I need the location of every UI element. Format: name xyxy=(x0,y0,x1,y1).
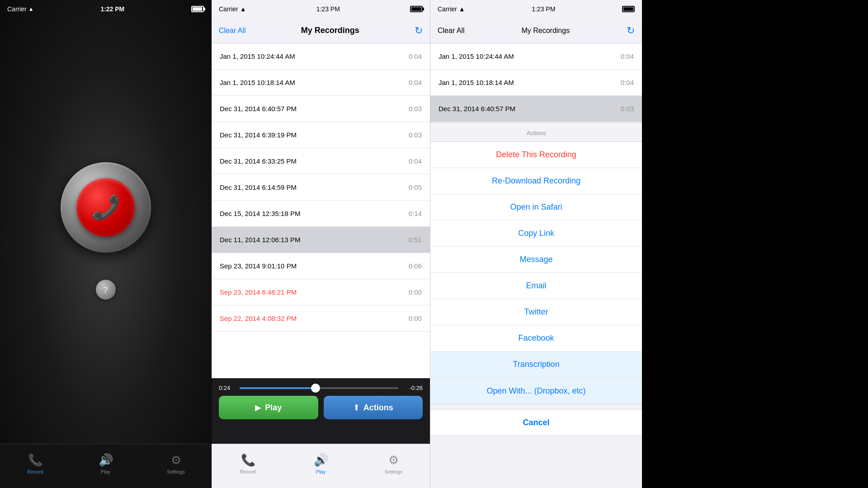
rec-duration-3: 0:03 xyxy=(409,131,422,139)
action-redownload[interactable]: Re-Download Recording xyxy=(430,168,642,194)
record-screen: Carrier ▲ 1:22 PM 📞 ? 📞 Record 🔊 Play ⚙ … xyxy=(0,0,212,488)
battery-recordings xyxy=(410,6,423,12)
carrier-recordings: Carrier ▲ xyxy=(219,5,246,13)
rec-date-3: Dec 31, 2014 6:39:19 PM xyxy=(220,131,297,139)
action-sheet: Actions Delete This Recording Re-Downloa… xyxy=(430,122,642,488)
settings-tab-icon-1: ⚙ xyxy=(171,453,181,467)
rec-date-8: Sep 23, 2014 9:01:10 PM xyxy=(220,262,297,270)
rec-duration-9: 0:00 xyxy=(409,288,422,296)
progress-fill xyxy=(240,387,316,389)
cancel-button[interactable]: Cancel xyxy=(430,409,642,436)
tab-settings-2[interactable]: ⚙ Settings xyxy=(357,453,430,474)
play-icon-2: 🔊 xyxy=(314,453,328,467)
recording-row-9[interactable]: Sep 23, 2014 6:46:21 PM 0:00 xyxy=(212,279,430,305)
top-rec-row-1[interactable]: Jan 1, 2015 10:18:14 AM 0:04 xyxy=(430,70,642,96)
recording-row-5[interactable]: Dec 31, 2014 6:14:59 PM 0:05 xyxy=(212,174,430,201)
rec-date-10: Sep 22, 2014 4:08:32 PM xyxy=(220,314,297,322)
clear-all-button[interactable]: Clear All xyxy=(219,27,246,35)
action-open-with[interactable]: Open With... (Dropbox, etc) xyxy=(430,378,642,404)
settings-label-2: Settings xyxy=(385,469,403,474)
recording-row-8[interactable]: Sep 23, 2014 9:01:10 PM 0:06 xyxy=(212,253,430,279)
rec-date-0: Jan 1, 2015 10:24:44 AM xyxy=(220,52,295,60)
tab-play-2[interactable]: 🔊 Play xyxy=(284,453,357,474)
record-button-inner: 📞 xyxy=(76,178,135,237)
help-button[interactable]: ? xyxy=(96,280,116,300)
tab-settings-1[interactable]: ⚙ Settings xyxy=(141,453,211,474)
recording-row-2[interactable]: Dec 31, 2014 6:40:57 PM 0:03 xyxy=(212,96,430,122)
rec-date-4: Dec 31, 2014 6:33:25 PM xyxy=(220,157,297,165)
action-sheet-title: Actions xyxy=(527,130,546,136)
recording-row-6[interactable]: Dec 15, 2014 12:35:18 PM 0:14 xyxy=(212,201,430,227)
action-redownload-label: Re-Download Recording xyxy=(492,176,580,186)
progress-track[interactable] xyxy=(240,387,398,389)
settings-tab-label-1: Settings xyxy=(167,469,185,474)
tab-record-2[interactable]: 📞 Record xyxy=(212,453,284,474)
recording-row-3[interactable]: Dec 31, 2014 6:39:19 PM 0:03 xyxy=(212,122,430,148)
action-message[interactable]: Message xyxy=(430,247,642,273)
rec-duration-6: 0:14 xyxy=(409,210,422,217)
rec-date-9: Sep 23, 2014 6:46:21 PM xyxy=(220,288,297,296)
actions-screen: Carrier ▲ 1:23 PM Clear All My Recording… xyxy=(430,0,642,488)
action-email[interactable]: Email xyxy=(430,273,642,299)
action-open-safari-label: Open in Safari xyxy=(510,202,562,212)
recording-row-10[interactable]: Sep 22, 2014 4:08:32 PM 0:00 xyxy=(212,305,430,332)
nav-title-actions: My Recordings xyxy=(521,27,570,35)
time-actions: 1:23 PM xyxy=(532,5,555,13)
actions-button[interactable]: ⬆ Actions xyxy=(324,396,423,419)
action-twitter[interactable]: Twitter xyxy=(430,299,642,325)
nav-title-recordings: My Recordings xyxy=(301,26,359,35)
actions-button-label: Actions xyxy=(363,403,393,413)
player-controls: ▶ Play ⬆ Actions xyxy=(219,396,423,419)
action-open-safari[interactable]: Open in Safari xyxy=(430,194,642,221)
progress-container: 0:24 -0:26 xyxy=(219,385,423,391)
actions-footer-space xyxy=(430,436,642,488)
rec-duration-8: 0:06 xyxy=(409,262,422,270)
top-rec-date-0: Jan 1, 2015 10:24:44 AM xyxy=(439,52,514,60)
action-copy-link[interactable]: Copy Link xyxy=(430,221,642,247)
nav-bar-actions: Clear All My Recordings ↻ xyxy=(430,18,642,43)
rec-date-7: Dec 11, 2014 12:06:13 PM xyxy=(220,236,300,244)
clear-all-button-actions[interactable]: Clear All xyxy=(438,27,465,35)
tab-record[interactable]: 📞 Record xyxy=(0,453,71,474)
rec-duration-7: 0:51 xyxy=(409,236,422,244)
refresh-button-actions[interactable]: ↻ xyxy=(627,25,635,37)
recording-row-1[interactable]: Jan 1, 2015 10:18:14 AM 0:04 xyxy=(212,70,430,96)
refresh-button-recordings[interactable]: ↻ xyxy=(415,25,423,37)
recording-row-4[interactable]: Dec 31, 2014 6:33:25 PM 0:04 xyxy=(212,148,430,174)
action-facebook-label: Facebook xyxy=(518,333,554,343)
top-rec-date-1: Jan 1, 2015 10:18:14 AM xyxy=(439,79,514,86)
action-sheet-header: Actions xyxy=(430,122,642,141)
play-button-label: Play xyxy=(265,403,282,413)
time-record: 1:22 PM xyxy=(100,5,124,13)
time-recordings: 1:23 PM xyxy=(316,5,340,13)
wifi-icon-actions: ▲ xyxy=(459,5,465,13)
top-rec-row-2[interactable]: Dec 31, 2014 6:40:57 PM 0:03 xyxy=(430,96,642,122)
top-rec-dur-2: 0:03 xyxy=(621,105,634,113)
phone-icon: 📞 xyxy=(91,194,120,221)
top-recordings-actions: Jan 1, 2015 10:24:44 AM 0:04 Jan 1, 2015… xyxy=(430,43,642,122)
battery-actions xyxy=(622,6,635,12)
action-facebook[interactable]: Facebook xyxy=(430,325,642,352)
rec-duration-0: 0:04 xyxy=(409,52,422,60)
action-twitter-label: Twitter xyxy=(524,307,548,317)
wifi-icon-recordings: ▲ xyxy=(240,5,246,13)
record-button[interactable]: 📞 xyxy=(61,162,151,253)
tab-bar-recordings: 📞 Record 🔊 Play ⚙ Settings xyxy=(212,444,430,488)
carrier-record: Carrier ▲ xyxy=(7,5,34,13)
status-bar-actions: Carrier ▲ 1:23 PM xyxy=(430,0,642,18)
rec-date-6: Dec 15, 2014 12:35:18 PM xyxy=(220,210,300,217)
recording-row-0[interactable]: Jan 1, 2015 10:24:44 AM 0:04 xyxy=(212,43,430,70)
action-copy-link-label: Copy Link xyxy=(518,229,554,238)
action-delete[interactable]: Delete This Recording xyxy=(430,142,642,168)
top-rec-date-2: Dec 31, 2014 6:40:57 PM xyxy=(439,105,515,113)
action-delete-label: Delete This Recording xyxy=(496,150,576,160)
rec-duration-4: 0:04 xyxy=(409,157,422,165)
top-rec-row-0[interactable]: Jan 1, 2015 10:24:44 AM 0:04 xyxy=(430,43,642,70)
status-bar-record: Carrier ▲ 1:22 PM xyxy=(0,0,211,18)
tab-play-1[interactable]: 🔊 Play xyxy=(71,453,141,474)
action-transcription[interactable]: Transcription xyxy=(430,352,642,378)
recording-row-7[interactable]: Dec 11, 2014 12:06:13 PM 0:51 xyxy=(212,227,430,253)
recordings-list: Jan 1, 2015 10:24:44 AM 0:04 Jan 1, 2015… xyxy=(212,43,430,378)
play-button[interactable]: ▶ Play xyxy=(219,396,318,419)
record-icon-2: 📞 xyxy=(241,453,255,467)
